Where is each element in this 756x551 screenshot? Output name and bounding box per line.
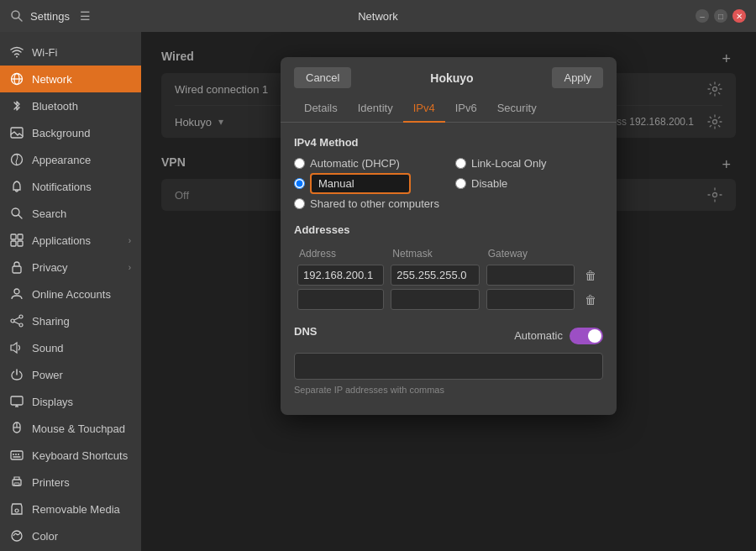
- printers-icon: [10, 475, 24, 489]
- svg-rect-28: [11, 451, 23, 459]
- sidebar-item-displays[interactable]: Displays: [0, 388, 141, 415]
- sidebar-item-label: Wi-Fi: [32, 46, 57, 59]
- sidebar-item-label: Search: [32, 207, 66, 220]
- sidebar-item-search[interactable]: Search: [0, 200, 141, 227]
- sidebar-item-label: Background: [32, 127, 90, 139]
- titlebar: Settings ☰ Network – □ ✕: [0, 0, 756, 32]
- menu-icon[interactable]: ☰: [80, 9, 91, 23]
- delete-row-2-button[interactable]: 🗑: [581, 291, 600, 308]
- shared-radio[interactable]: [294, 198, 305, 209]
- svg-rect-11: [18, 234, 23, 239]
- search-icon[interactable]: [10, 9, 24, 23]
- tab-security[interactable]: Security: [487, 95, 547, 123]
- addresses-section: Addresses Address Netmask Gateway: [294, 223, 603, 312]
- sidebar-item-online-accounts[interactable]: Online Accounts: [0, 281, 141, 307]
- sidebar-item-label: Mouse & Touchpad: [32, 422, 125, 435]
- svg-rect-14: [13, 266, 21, 273]
- dns-input[interactable]: [302, 360, 596, 373]
- gateway-field-2[interactable]: [486, 289, 575, 310]
- dns-input-box[interactable]: [294, 353, 603, 380]
- background-icon: [10, 126, 24, 139]
- disable-label: Disable: [471, 177, 507, 190]
- tab-identity[interactable]: Identity: [348, 95, 403, 123]
- method-automatic: Automatic (DHCP): [294, 157, 442, 170]
- toggle-slider: [570, 328, 603, 344]
- svg-rect-22: [11, 396, 23, 405]
- sidebar-item-label: Sound: [32, 342, 64, 354]
- method-shared: Shared to other computers: [294, 197, 442, 210]
- address-field-2[interactable]: [297, 289, 384, 310]
- power-icon: [10, 368, 24, 381]
- sidebar-item-background[interactable]: Background: [0, 119, 141, 146]
- disable-radio[interactable]: [455, 178, 466, 189]
- gateway-field-1[interactable]: [486, 265, 575, 286]
- sidebar-item-sound[interactable]: Sound: [0, 334, 141, 361]
- minimize-button[interactable]: –: [696, 9, 709, 23]
- link-local-radio[interactable]: [455, 158, 466, 169]
- svg-line-9: [18, 215, 22, 218]
- sidebar-item-bluetooth[interactable]: Bluetooth: [0, 92, 141, 119]
- close-button[interactable]: ✕: [732, 9, 746, 23]
- online-accounts-icon: [10, 287, 24, 301]
- svg-point-36: [12, 531, 22, 541]
- window-controls: – □ ✕: [696, 9, 746, 23]
- delete-row-1-button[interactable]: 🗑: [581, 267, 600, 284]
- dialog-apply-button[interactable]: Apply: [552, 67, 603, 88]
- sidebar-item-label: Bluetooth: [32, 100, 78, 113]
- dns-automatic-toggle[interactable]: [570, 328, 603, 344]
- search-sidebar-icon: [10, 207, 24, 220]
- sidebar-item-label: Keyboard Shortcuts: [32, 449, 128, 462]
- sidebar-item-label: Notifications: [32, 181, 92, 193]
- dialog-cancel-button[interactable]: Cancel: [294, 67, 351, 88]
- main-content: Wi-Fi Network Bluetooth: [0, 32, 756, 551]
- sidebar-item-wifi[interactable]: Wi-Fi: [0, 39, 141, 66]
- dns-hint: Separate IP addresses with commas: [294, 385, 603, 395]
- sidebar-item-privacy[interactable]: Privacy ›: [0, 254, 141, 281]
- dialog-overlay: Cancel Hokuyo Apply Details Identity IPv…: [141, 32, 756, 551]
- netmask-field-2[interactable]: [391, 289, 479, 310]
- ipv4-method-grid: Automatic (DHCP) Link-Local Only: [294, 157, 603, 210]
- hokuyo-dialog: Cancel Hokuyo Apply Details Identity IPv…: [281, 57, 617, 415]
- address-row-2: 🗑: [294, 287, 603, 312]
- address-field-1[interactable]: [297, 265, 384, 286]
- netmask-field-1[interactable]: [391, 265, 479, 286]
- sidebar-item-applications[interactable]: Applications ›: [0, 227, 141, 254]
- svg-line-1: [18, 18, 22, 21]
- shared-label: Shared to other computers: [310, 197, 439, 210]
- sidebar-item-mouse-touchpad[interactable]: Mouse & Touchpad: [0, 415, 141, 442]
- sidebar-item-power[interactable]: Power: [0, 361, 141, 388]
- chevron-right-icon: ›: [129, 263, 131, 272]
- svg-line-19: [14, 317, 19, 320]
- svg-point-16: [19, 315, 23, 318]
- sidebar-item-keyboard-shortcuts[interactable]: Keyboard Shortcuts: [0, 442, 141, 469]
- sidebar-item-printers[interactable]: Printers: [0, 469, 141, 496]
- manual-input[interactable]: [310, 173, 411, 194]
- sound-icon: [10, 341, 24, 354]
- sidebar-item-network[interactable]: Network: [0, 66, 141, 92]
- svg-point-18: [19, 323, 23, 327]
- sidebar-item-removable-media[interactable]: Removable Media: [0, 496, 141, 522]
- tab-ipv4[interactable]: IPv4: [403, 95, 445, 123]
- dns-header: DNS Automatic: [294, 325, 603, 346]
- addresses-label: Addresses: [294, 223, 603, 236]
- tab-ipv6[interactable]: IPv6: [445, 95, 487, 123]
- sidebar: Wi-Fi Network Bluetooth: [0, 32, 141, 551]
- dialog-tabs: Details Identity IPv4 IPv6 Security: [281, 95, 617, 123]
- sidebar-item-color[interactable]: Color: [0, 522, 141, 549]
- maximize-button[interactable]: □: [714, 9, 727, 23]
- sidebar-item-label: Appearance: [32, 154, 91, 166]
- dns-automatic-label: Automatic: [514, 329, 563, 342]
- svg-marker-21: [11, 343, 17, 353]
- tab-details[interactable]: Details: [294, 95, 348, 123]
- automatic-radio[interactable]: [294, 158, 305, 169]
- ipv4-method-section: IPv4 Method Automatic (DHCP) Link-Local …: [294, 136, 603, 210]
- sidebar-item-sharing[interactable]: Sharing: [0, 307, 141, 334]
- manual-radio[interactable]: [294, 178, 305, 189]
- wifi-icon: [10, 45, 24, 59]
- mouse-icon: [10, 422, 24, 435]
- sidebar-item-notifications[interactable]: Notifications: [0, 173, 141, 200]
- sidebar-item-appearance[interactable]: Appearance: [0, 146, 141, 173]
- dialog-header: Cancel Hokuyo Apply: [281, 57, 617, 95]
- bluetooth-icon: [10, 99, 24, 113]
- svg-line-20: [14, 322, 19, 324]
